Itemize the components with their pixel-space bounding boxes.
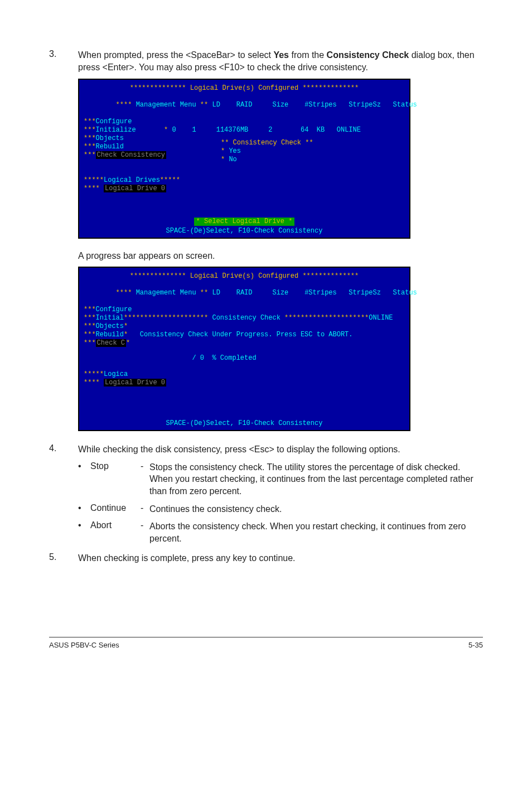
dash-icon: -: [141, 461, 149, 497]
s1-menu-0: Configure: [96, 118, 132, 125]
s1-h-raid: RAID: [236, 101, 253, 109]
s1-h-status: Status: [393, 101, 417, 109]
s1-popup-no: No: [229, 156, 236, 163]
s2-subsection: Logica: [104, 370, 128, 378]
option-stop: • Stop - Stops the consistency check. Th…: [78, 461, 483, 497]
step-3-text: When prompted, press the <SpaceBar> to s…: [78, 49, 483, 73]
screenshot-1: ************** Logical Drive(s) Configur…: [78, 79, 410, 239]
s2-h-ld: LD: [212, 289, 220, 297]
s1-h-ld: LD: [212, 101, 220, 109]
s2-hint: SPACE-(De)Select, F10-Check Consistency: [84, 418, 405, 430]
s2-inner-msg: Consistency Check Under Progress. Press …: [140, 331, 353, 339]
s1-title: Logical Drive(s) Configured: [190, 84, 298, 92]
dash-icon: -: [141, 520, 149, 544]
s2-menu-4: Check C: [96, 339, 126, 347]
footer-right: 5-35: [468, 641, 483, 649]
s1-d-size: 114376MB: [216, 126, 249, 134]
page-footer: ASUS P5BV-C Series 5-35: [49, 637, 483, 649]
s2-h-stripes: #Stripes: [304, 289, 337, 297]
s2-right-status: ONLINE: [369, 314, 393, 322]
step3-bold-a: Yes: [273, 50, 289, 60]
s1-subitem: Logical Drive 0: [104, 185, 166, 192]
s1-h-size: Size: [273, 101, 289, 109]
s1-green-bar-text: Select Logical Drive: [204, 218, 284, 225]
s1-subsection: Logical Drives: [104, 176, 160, 184]
step-5: 5. When checking is complete, press any …: [49, 552, 483, 564]
s2-subitem: Logical Drive 0: [104, 379, 166, 386]
s2-menu-3: Rebuild: [96, 331, 124, 339]
footer-left: ASUS P5BV-C Series: [49, 641, 119, 649]
step-5-text: When checking is complete, press any key…: [78, 552, 296, 564]
s2-inner-title: Consistency Check: [212, 314, 280, 322]
options-list: • Stop - Stops the consistency check. Th…: [78, 461, 483, 545]
s2-progress: / 0 % Completed: [192, 354, 256, 362]
s2-h-raid: RAID: [236, 289, 253, 297]
s1-h-stripes: #Stripes: [304, 101, 337, 109]
s1-popup: ** Consistency Check ** * Yes * No: [217, 138, 317, 165]
option-abort: • Abort - Aborts the consistency check. …: [78, 520, 483, 544]
s1-popup-title: Consistency Check: [233, 139, 301, 147]
s1-h-stripesz: StripeSz: [349, 101, 381, 109]
step-4-number: 4.: [49, 443, 78, 456]
s2-h-stripesz: StripeSz: [349, 289, 381, 297]
step-3: 3. When prompted, press the <SpaceBar> t…: [49, 49, 483, 73]
bullet-icon: •: [78, 503, 90, 515]
s1-menu-4: Check Consistency: [96, 151, 166, 159]
bullet-icon: •: [78, 520, 90, 544]
step-5-number: 5.: [49, 552, 78, 564]
s1-d-stripes: 2: [268, 126, 272, 134]
s1-d-ld: 0: [172, 126, 176, 134]
step3-bold-b: Consistency Check: [327, 50, 409, 60]
s1-d-stripesz: 64 KB: [301, 126, 325, 134]
s1-green-bar: * Select Logical Drive *: [194, 218, 295, 226]
s2-menu-0: Configure: [96, 306, 132, 313]
s1-d-raid: 1: [192, 126, 196, 134]
s2-menu-2: Objects: [96, 322, 124, 330]
option-continue-label: Continue: [90, 503, 141, 515]
s1-menu-1: Initialize: [96, 126, 136, 134]
option-continue: • Continue - Continues the consistency c…: [78, 503, 483, 515]
s1-hint: SPACE-(De)Select, F10-Check Consistency: [84, 226, 405, 238]
s1-menu-3: Rebuild: [96, 143, 124, 151]
option-continue-desc: Continues the consistency check.: [149, 503, 282, 515]
s2-h-size: Size: [273, 289, 289, 297]
s1-d-status: ONLINE: [337, 126, 361, 134]
s2-menu-1: Initial: [96, 314, 124, 322]
s2-menu-title: Management Menu: [136, 289, 196, 297]
option-abort-desc: Aborts the consistency check. When you r…: [149, 520, 483, 544]
s1-menu-title: Management Menu: [136, 101, 196, 109]
step3-text-a: When prompted, press the <SpaceBar> to s…: [78, 50, 273, 60]
step-4-text: While checking the disk consistency, pre…: [78, 443, 400, 456]
screenshot-2: ************** Logical Drive(s) Configur…: [78, 267, 410, 431]
s2-title: Logical Drive(s) Configured: [190, 272, 298, 280]
option-abort-label: Abort: [90, 520, 141, 544]
s2-h-status: Status: [393, 289, 417, 297]
step-3-number: 3.: [49, 49, 78, 73]
s1-menu-2: Objects: [96, 134, 124, 142]
dash-icon: -: [141, 503, 149, 515]
step-4: 4. While checking the disk consistency, …: [49, 443, 483, 456]
option-stop-label: Stop: [90, 461, 141, 497]
s1-popup-yes: Yes: [229, 147, 241, 155]
step3-text-b: from the: [289, 50, 327, 60]
option-stop-desc: Stops the consistency check. The utility…: [149, 461, 483, 497]
progress-note: A progress bar appears on screen.: [78, 251, 483, 261]
bullet-icon: •: [78, 461, 90, 497]
